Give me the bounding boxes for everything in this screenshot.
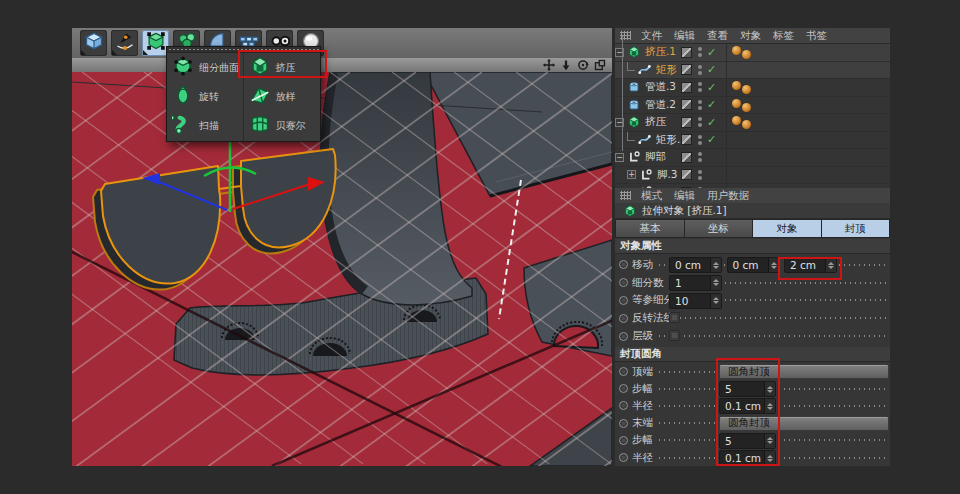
- value-field[interactable]: 10: [669, 293, 722, 309]
- tree-row[interactable]: 矩形.2 ✓: [615, 132, 890, 150]
- om-menu-3[interactable]: 对象: [740, 29, 761, 43]
- viewport-toggle-view-icon[interactable]: [594, 59, 606, 71]
- keyframe-ring-icon[interactable]: [619, 314, 628, 323]
- phong-tag-icon[interactable]: [732, 81, 741, 90]
- layer-icon[interactable]: [681, 64, 692, 75]
- keyframe-ring-icon[interactable]: [619, 419, 628, 428]
- phong-tag-icon[interactable]: [732, 116, 741, 125]
- visibility-dots[interactable]: [697, 65, 703, 75]
- visibility-dots[interactable]: [697, 47, 703, 57]
- enabled-check-icon[interactable]: ✓: [707, 117, 719, 128]
- spinner-arrows[interactable]: [825, 258, 836, 272]
- tree-row[interactable]: 矩形 ✓: [615, 62, 890, 80]
- spinner-arrows[interactable]: [710, 276, 721, 290]
- value-field[interactable]: 1: [669, 275, 722, 291]
- expander-minus[interactable]: −: [615, 153, 624, 162]
- phong-tag-icon[interactable]: [742, 85, 751, 94]
- visibility-dots[interactable]: [697, 117, 703, 127]
- expander-plus[interactable]: +: [627, 170, 636, 179]
- tab-3[interactable]: 封顶: [822, 220, 890, 237]
- menu-item-sweep[interactable]: 扫描: [167, 111, 243, 140]
- visibility-dots[interactable]: [697, 100, 703, 110]
- om-menu-0[interactable]: 文件: [641, 29, 662, 43]
- value-field[interactable]: 2 cm: [784, 257, 837, 273]
- value-field[interactable]: 0.1 cm: [719, 398, 776, 414]
- layer-icon[interactable]: [681, 134, 692, 145]
- enabled-check-icon[interactable]: ✓: [707, 47, 719, 58]
- keyframe-ring-icon[interactable]: [619, 401, 628, 410]
- viewport-3d[interactable]: [72, 72, 612, 466]
- tab-2[interactable]: 对象: [753, 220, 821, 237]
- enabled-check-icon[interactable]: ✓: [707, 64, 719, 75]
- enabled-check-icon[interactable]: ✓: [707, 82, 719, 93]
- phong-tag-icon[interactable]: [732, 99, 741, 108]
- layer-icon[interactable]: [681, 47, 692, 58]
- visibility-dots[interactable]: [697, 82, 703, 92]
- keyframe-ring-icon[interactable]: [619, 436, 628, 445]
- value-field[interactable]: 5: [719, 381, 776, 397]
- enabled-check-icon[interactable]: ✓: [707, 99, 719, 110]
- menu-item-subdivision-surface[interactable]: 细分曲面: [167, 53, 243, 82]
- spinner-arrows[interactable]: [710, 258, 721, 272]
- spinner-arrows[interactable]: [768, 258, 779, 272]
- tree-row[interactable]: 管道.3 ✓: [615, 79, 890, 97]
- layer-icon[interactable]: [681, 82, 692, 93]
- viewport-zoom-icon[interactable]: [560, 59, 572, 71]
- om-menu-5[interactable]: 书签: [806, 29, 827, 43]
- phong-tag-icon[interactable]: [742, 103, 751, 112]
- toolbar-subdivision-surface-button[interactable]: [142, 30, 169, 56]
- spinner-arrows[interactable]: [764, 451, 775, 465]
- spinner-arrows[interactable]: [764, 399, 775, 413]
- phong-tag-icon[interactable]: [732, 46, 741, 55]
- keyframe-ring-icon[interactable]: [619, 384, 628, 393]
- layer-icon[interactable]: [681, 169, 692, 180]
- menu-item-extrude[interactable]: 挤压: [244, 53, 321, 82]
- am-menu-2[interactable]: 用户数据: [707, 189, 749, 203]
- checkbox[interactable]: [669, 330, 680, 341]
- tree-row[interactable]: − 脚部: [615, 149, 890, 167]
- visibility-dots[interactable]: [697, 152, 703, 162]
- spinner-arrows[interactable]: [764, 434, 775, 448]
- checkbox[interactable]: [669, 312, 680, 323]
- enabled-check-icon[interactable]: ✓: [707, 134, 719, 145]
- value-field[interactable]: 0 cm: [669, 257, 722, 273]
- toolbar-cube-primitive-button[interactable]: [80, 30, 107, 56]
- toolbar-pen-spline-button[interactable]: [111, 30, 138, 56]
- tree-row[interactable]: − 挤压.1 ✓: [615, 44, 890, 62]
- keyframe-ring-icon[interactable]: [619, 278, 628, 287]
- tab-0[interactable]: 基本: [616, 220, 684, 237]
- phong-tag-icon[interactable]: [742, 120, 751, 129]
- tree-row[interactable]: − 挤压 ✓: [615, 114, 890, 132]
- tree-row[interactable]: + 脚.3: [615, 167, 890, 185]
- am-menu-1[interactable]: 编辑: [674, 189, 695, 203]
- viewport-pan-icon[interactable]: [543, 59, 555, 71]
- keyframe-ring-icon[interactable]: [619, 296, 628, 305]
- am-menu-0[interactable]: 模式: [641, 189, 662, 203]
- keyframe-ring-icon[interactable]: [619, 453, 628, 462]
- om-menu-1[interactable]: 编辑: [674, 29, 695, 43]
- viewport-rotate-icon[interactable]: [577, 59, 589, 71]
- om-menu-4[interactable]: 标签: [773, 29, 794, 43]
- layer-icon[interactable]: [681, 117, 692, 128]
- keyframe-ring-icon[interactable]: [619, 332, 628, 341]
- tab-1[interactable]: 坐标: [685, 220, 753, 237]
- spinner-arrows[interactable]: [764, 382, 775, 396]
- om-menu-2[interactable]: 查看: [707, 29, 728, 43]
- tree-row[interactable]: 管道.2 ✓: [615, 97, 890, 115]
- value-field[interactable]: 0 cm: [727, 257, 780, 273]
- keyframe-ring-icon[interactable]: [619, 367, 628, 376]
- value-field[interactable]: 5: [719, 433, 776, 449]
- visibility-dots[interactable]: [697, 135, 703, 145]
- visibility-dots[interactable]: [697, 170, 703, 180]
- spinner-arrows[interactable]: [710, 294, 721, 308]
- layer-icon[interactable]: [681, 99, 692, 110]
- menu-item-bezier[interactable]: 贝赛尔: [244, 111, 321, 140]
- value-field[interactable]: 0.1 cm: [719, 450, 776, 466]
- menu-item-lathe[interactable]: 旋转: [167, 82, 243, 111]
- cap-type-dropdown[interactable]: 圆角封顶: [719, 364, 889, 379]
- layer-icon[interactable]: [681, 152, 692, 163]
- phong-tag-icon[interactable]: [742, 50, 751, 59]
- menu-item-loft[interactable]: 放样: [244, 82, 321, 111]
- keyframe-ring-icon[interactable]: [619, 260, 628, 269]
- cap-type-dropdown[interactable]: 圆角封顶: [719, 416, 889, 431]
